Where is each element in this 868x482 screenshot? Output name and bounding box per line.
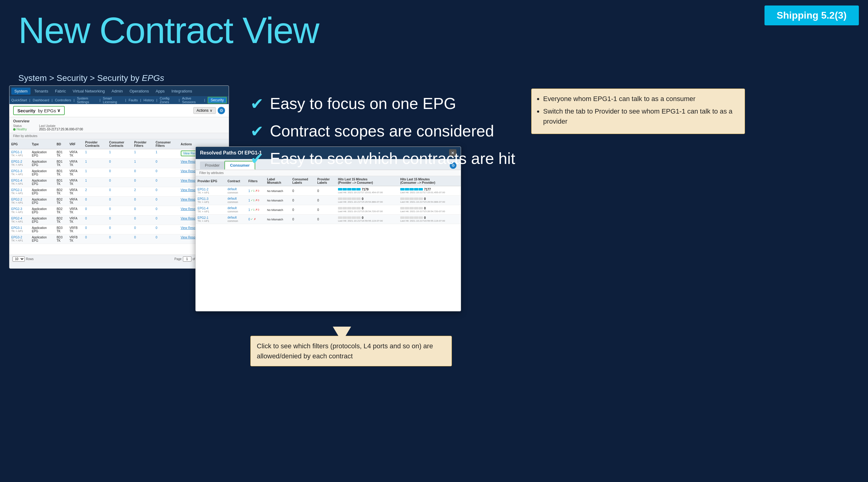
checkmark-1: ✔ bbox=[250, 96, 264, 112]
hits-bar-segment bbox=[338, 197, 342, 200]
cell-epg: EPG1-2 TK > AP1 bbox=[9, 159, 30, 168]
col-type: Type bbox=[30, 139, 55, 149]
hits-bar-segment bbox=[338, 217, 342, 219]
contract-scope: common bbox=[227, 200, 238, 203]
repg-name[interactable]: EPG1-2 bbox=[197, 188, 224, 191]
rows-select[interactable]: 10 bbox=[12, 256, 25, 262]
repg-name[interactable]: EPG2-1 bbox=[197, 216, 224, 220]
nav-system[interactable]: System bbox=[11, 88, 31, 95]
rcell-hits1: 0 Last Hit: 2021-10-21T16:59:55.119-07:0… bbox=[336, 215, 398, 224]
cell-epg: EPG2-4 TK > AP1 bbox=[9, 216, 30, 225]
nav-vn[interactable]: Virtual Networking bbox=[70, 88, 108, 95]
filter-count[interactable]: 0 bbox=[249, 218, 250, 221]
epg-name[interactable]: EPG2-2 bbox=[11, 198, 28, 201]
subnav-active-sessions[interactable]: Active Sessions bbox=[182, 96, 202, 104]
subnav-controllers[interactable]: Controllers bbox=[55, 98, 71, 102]
bd-tk: TK bbox=[57, 239, 66, 243]
filter-count[interactable]: 1 bbox=[249, 189, 250, 193]
cell-pc: 0 bbox=[83, 234, 107, 244]
dropdown-chevron[interactable]: ∨ bbox=[57, 108, 60, 113]
epg-name[interactable]: EPG2-4 bbox=[11, 217, 28, 220]
hits-bar-segment bbox=[409, 207, 414, 210]
col-cf: ConsumerFilters bbox=[154, 139, 179, 149]
bd-name: BD2 bbox=[57, 188, 66, 192]
contract-link[interactable]: default bbox=[227, 216, 245, 219]
resolved-table-row: EPG1-2 TK > AP1 default common 1 ✓1 ✗0 N… bbox=[196, 186, 461, 196]
cell-epg: EPG1-1 TK > AP1 bbox=[9, 149, 30, 159]
nav-fabric[interactable]: Fabric bbox=[52, 88, 69, 95]
subnav-security[interactable]: Security bbox=[208, 97, 227, 103]
subnav-config-zones[interactable]: Config Zones bbox=[160, 96, 176, 104]
nav-apps[interactable]: Apps bbox=[153, 88, 168, 95]
filter-count[interactable]: 1 bbox=[249, 199, 250, 202]
feature-2: ✔ Contract scopes are considered bbox=[250, 122, 525, 140]
rcol-hits2: Hits Last 15 Minutes(Consumer --> Provid… bbox=[398, 176, 461, 186]
rcell-contract: default common bbox=[226, 215, 246, 224]
cell-type: Application EPG bbox=[30, 206, 55, 216]
epg-name[interactable]: EPG1-3 bbox=[11, 169, 28, 173]
page-input[interactable] bbox=[183, 256, 191, 262]
filter-indicators: 0 ✓ ✗ bbox=[249, 218, 264, 221]
vrf-name: VRFA bbox=[69, 169, 82, 173]
tab-provider[interactable]: Provider bbox=[200, 161, 224, 169]
subnav-smart-licensing[interactable]: Smart Licensing bbox=[103, 96, 123, 104]
label-mismatch-value: No Mismatch bbox=[267, 218, 283, 221]
security-epg-badge[interactable]: Security by EPGs ∨ bbox=[13, 106, 65, 115]
hits-bar-segment bbox=[347, 188, 351, 191]
subnav-quickstart[interactable]: QuickStart bbox=[11, 98, 27, 102]
hits-bar-segment bbox=[409, 217, 414, 219]
vrf-tk: TK bbox=[69, 211, 82, 214]
type-line2: EPG bbox=[32, 211, 53, 214]
cell-epg: EPG1-4 TK > AP1 bbox=[9, 178, 30, 187]
filter-deny-icon: ✗ bbox=[254, 218, 256, 221]
bd-tk: TK bbox=[57, 173, 66, 176]
subnav-system-settings[interactable]: System Settings bbox=[77, 96, 97, 104]
filter-ok-icon: ✓1 bbox=[251, 208, 255, 211]
epg-name[interactable]: EPG2-1 bbox=[11, 188, 28, 192]
hits-bar-segment bbox=[405, 197, 409, 200]
rcol-label-mismatch: LabelMismatch bbox=[265, 176, 291, 186]
contract-link[interactable]: default bbox=[227, 187, 245, 191]
feature-text-1: Easy to focus on one EPG bbox=[270, 95, 456, 113]
epg-name[interactable]: EPG3-1 bbox=[11, 226, 28, 230]
rcell-hits2: 0 Last Hit: 2021-10-21T16:59:55.119-07:0… bbox=[398, 215, 461, 224]
repg-name[interactable]: EPG1-3 bbox=[197, 197, 224, 200]
nav-integrations[interactable]: Integrations bbox=[168, 88, 195, 95]
vrf-tk: TK bbox=[69, 201, 82, 204]
cell-cc: 0 bbox=[107, 234, 132, 244]
epg-name[interactable]: EPG3-2 bbox=[11, 236, 28, 239]
cell-bd: BD1 TK bbox=[55, 168, 67, 178]
cell-cf: 0 bbox=[154, 225, 179, 234]
bd-name: BD1 bbox=[57, 151, 66, 154]
actions-button[interactable]: Actions ∨ bbox=[193, 107, 216, 114]
epg-name[interactable]: EPG1-4 bbox=[11, 179, 28, 182]
gear-button[interactable]: ⚙ bbox=[218, 107, 225, 114]
status-dot bbox=[13, 128, 16, 131]
epg-name[interactable]: EPG2-3 bbox=[11, 207, 28, 211]
rcell-hits1: 0 Last Hit: 2021-10-21T15:29:54.888-07:0… bbox=[336, 196, 398, 205]
hits-bar-segment bbox=[352, 207, 356, 210]
hits2-bar bbox=[400, 188, 423, 191]
cell-cc: 0 bbox=[107, 178, 132, 187]
nav-operations[interactable]: Operations bbox=[126, 88, 152, 95]
repg-name[interactable]: EPG1-4 bbox=[197, 207, 224, 210]
subnav-history[interactable]: History bbox=[144, 98, 154, 102]
filter-deny-icon: ✗0 bbox=[255, 199, 259, 202]
contract-link[interactable]: default bbox=[227, 206, 245, 210]
hits2-count: 0 bbox=[424, 216, 426, 220]
subnav-dashboard[interactable]: Dashboard bbox=[33, 98, 49, 102]
cell-pc: 1 bbox=[83, 159, 107, 168]
epg-name[interactable]: EPG1-2 bbox=[11, 160, 28, 163]
filter-count[interactable]: 1 bbox=[249, 208, 250, 212]
hits2-count: 7177 bbox=[424, 188, 431, 191]
contract-scope: common bbox=[227, 210, 238, 213]
hits1-bar bbox=[338, 197, 361, 200]
nav-tenants[interactable]: Tenants bbox=[31, 88, 51, 95]
cell-cf: 0 bbox=[154, 168, 179, 178]
nav-admin[interactable]: Admin bbox=[108, 88, 126, 95]
repg-sub: TK > AP1 bbox=[197, 200, 224, 203]
contract-link[interactable]: default bbox=[227, 197, 245, 200]
subnav-faults[interactable]: Faults bbox=[128, 98, 138, 102]
page-title: New Contract View bbox=[18, 9, 319, 51]
epg-name[interactable]: EPG1-1 bbox=[11, 151, 28, 154]
